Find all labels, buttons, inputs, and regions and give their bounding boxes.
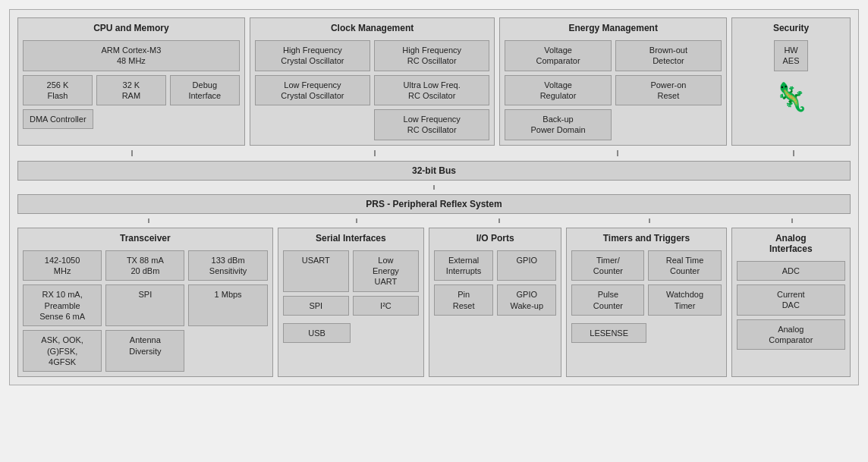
rtc-box: Real Time Counter <box>648 250 721 281</box>
hfrc-box: High Frequency RC Oscillator <box>374 40 489 71</box>
timer-box: Timer/ Counter <box>571 250 644 281</box>
usart-box: USART <box>283 250 349 292</box>
ask-box: ASK, OOK, (G)FSK, 4GFSK <box>23 330 102 372</box>
timers-section: Timers and Triggers Timer/ Counter Real … <box>566 228 726 377</box>
acomp-box: Analog Comparator <box>737 319 845 350</box>
cpu-title: CPU and Memory <box>23 23 240 33</box>
ext-int-box: External Interrupts <box>434 250 493 281</box>
security-inner: HW AES 🦎 <box>774 40 808 140</box>
timers-title: Timers and Triggers <box>571 233 721 244</box>
rx-box: RX 10 mA, Preamble Sense 6 mA <box>23 284 102 326</box>
lfrc-box: Low Frequency RC Oscillator <box>374 109 489 140</box>
clock-grid: High Frequency Crystal Oscillator High F… <box>255 40 490 140</box>
lesense-row: LESENSE <box>571 323 721 343</box>
energy-section: Energy Management Voltage Comparator Bro… <box>499 17 727 146</box>
analog-section: Analog Interfaces ADC Current DAC Analog… <box>731 228 851 377</box>
flash-box: 256 K Flash <box>23 75 93 106</box>
serial-grid: USART Low Energy UART SPI I²C <box>283 250 419 316</box>
cpu-section: CPU and Memory ARM Cortex-M3 48 MHz 256 … <box>17 17 245 146</box>
energy-grid: Voltage Comparator Brown-out Detector Vo… <box>505 40 722 140</box>
clock-section: Clock Management High Frequency Crystal … <box>250 17 495 146</box>
transceiver-section: Transceiver 142-1050 MHz TX 88 mA 20 dBm… <box>17 228 273 377</box>
backup-box: Back-up Power Domain <box>505 109 611 140</box>
vcomp-box: Voltage Comparator <box>505 40 611 71</box>
gecko-icon: 🦎 <box>774 81 808 113</box>
pin-reset-box: Pin Reset <box>434 284 493 316</box>
ulfreq-box: Ultra Low Freq. RC Oscilator <box>374 75 489 106</box>
top-connectors <box>17 150 851 156</box>
watchdog-box: Watchdog Timer <box>648 284 721 316</box>
freq-box: 142-1050 MHz <box>23 250 102 281</box>
security-section: Security HW AES 🦎 <box>731 17 851 146</box>
bottom-connectors <box>17 218 851 223</box>
serial-section: Serial Interfaces USART Low Energy UART … <box>278 228 424 377</box>
transceiver-title: Transceiver <box>23 233 268 244</box>
dma-box: DMA Controller <box>23 109 93 129</box>
bod-box: Brown-out Detector <box>615 40 722 71</box>
hwaes-box: HW AES <box>774 40 808 71</box>
por-box: Power-on Reset <box>615 75 722 106</box>
analog-col: ADC Current DAC Analog Comparator <box>737 261 845 350</box>
sens-box: 133 dBm Sensitivity <box>188 250 267 281</box>
vreg-box: Voltage Regulator <box>505 75 611 106</box>
ram-box: 32 K RAM <box>96 75 166 106</box>
main-diagram: CPU and Memory ARM Cortex-M3 48 MHz 256 … <box>9 9 859 385</box>
spi-box: SPI <box>105 284 184 326</box>
antenna-box: Antenna Diversity <box>105 330 184 372</box>
mbps-box: 1 Mbps <box>188 284 267 326</box>
energy-title: Energy Management <box>505 23 722 33</box>
leuart-box: Low Energy UART <box>353 250 419 292</box>
prs-bar: PRS - Peripheral Reflex System <box>17 194 851 214</box>
bottom-row: Transceiver 142-1050 MHz TX 88 mA 20 dBm… <box>17 228 851 377</box>
pulse-box: Pulse Counter <box>571 284 644 316</box>
debug-box: Debug Interface <box>170 75 240 106</box>
security-title: Security <box>773 23 809 33</box>
serial-title: Serial Interfaces <box>283 233 419 244</box>
adc-box: ADC <box>737 261 845 281</box>
hfxo-box: High Frequency Crystal Oscillator <box>255 40 370 71</box>
cpu-mem-row: 256 K Flash 32 K RAM Debug Interface <box>23 75 240 106</box>
i2c-box: I²C <box>353 296 419 316</box>
analog-title: Analog Interfaces <box>737 233 845 254</box>
usb-box: USB <box>283 323 351 343</box>
timers-grid: Timer/ Counter Real Time Counter Pulse C… <box>571 250 721 316</box>
gpio-box: GPIO <box>497 250 556 281</box>
cdac-box: Current DAC <box>737 284 845 316</box>
bus-bar: 32-bit Bus <box>17 161 851 181</box>
usb-row: USB <box>283 323 419 343</box>
top-row: CPU and Memory ARM Cortex-M3 48 MHz 256 … <box>17 17 851 146</box>
io-title: I/O Ports <box>434 233 556 244</box>
tx-box: TX 88 mA 20 dBm <box>105 250 184 281</box>
io-grid: External Interrupts GPIO Pin Reset GPIO … <box>434 250 556 316</box>
serial-spi-box: SPI <box>283 296 349 316</box>
lesense-box: LESENSE <box>571 323 646 343</box>
clock-title: Clock Management <box>255 23 490 33</box>
gpio-wake-box: GPIO Wake-up <box>497 284 556 316</box>
lfxo-box: Low Frequency Crystal Oscillator <box>255 75 370 106</box>
io-section: I/O Ports External Interrupts GPIO Pin R… <box>429 228 561 377</box>
arm-box: ARM Cortex-M3 48 MHz <box>23 40 240 71</box>
transceiver-grid: 142-1050 MHz TX 88 mA 20 dBm 133 dBm Sen… <box>23 250 268 372</box>
prs-connector <box>17 185 851 190</box>
